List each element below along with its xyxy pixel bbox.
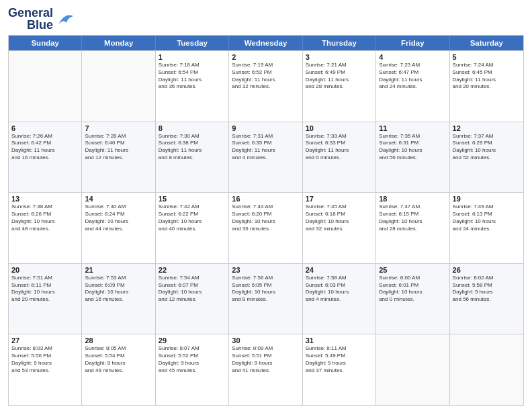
cal-cell-4-2: 21Sunrise: 7:53 AMSunset: 6:09 PMDayligh… xyxy=(82,264,155,334)
cal-cell-4-4: 23Sunrise: 7:56 AMSunset: 6:05 PMDayligh… xyxy=(229,264,302,334)
cal-cell-3-3: 15Sunrise: 7:42 AMSunset: 6:22 PMDayligh… xyxy=(156,193,229,263)
day-number: 7 xyxy=(85,124,152,132)
cell-text-line: Daylight: 10 hours xyxy=(159,289,226,296)
calendar-body: 1Sunrise: 7:18 AMSunset: 6:54 PMDaylight… xyxy=(9,50,523,405)
day-header-saturday: Saturday xyxy=(450,36,523,50)
cell-text-line: Sunrise: 7:18 AM xyxy=(159,62,226,69)
cell-text-line: Sunset: 5:58 PM xyxy=(453,282,521,289)
cell-text-line: Sunrise: 7:31 AM xyxy=(232,133,299,140)
day-number: 15 xyxy=(159,195,226,203)
cell-text-line: Daylight: 10 hours xyxy=(11,289,79,296)
cell-text-line: and 20 minutes. xyxy=(11,296,79,304)
cal-cell-4-6: 25Sunrise: 8:00 AMSunset: 6:01 PMDayligh… xyxy=(376,264,449,334)
cell-text-line: Daylight: 11 hours xyxy=(159,77,226,84)
cell-text-line: and 36 minutes. xyxy=(232,226,299,233)
day-number: 17 xyxy=(306,195,373,203)
day-header-wednesday: Wednesday xyxy=(229,36,302,50)
day-number: 3 xyxy=(306,53,373,61)
cell-text-line: Daylight: 10 hours xyxy=(453,218,521,226)
cal-cell-1-3: 1Sunrise: 7:18 AMSunset: 6:54 PMDaylight… xyxy=(156,51,229,122)
week-row-4: 20Sunrise: 7:51 AMSunset: 6:11 PMDayligh… xyxy=(9,263,523,334)
cell-text-line: and 28 minutes. xyxy=(306,83,373,91)
cell-text-line: Sunrise: 8:11 AM xyxy=(306,345,373,353)
cal-cell-5-7 xyxy=(450,334,523,405)
week-row-1: 1Sunrise: 7:18 AMSunset: 6:54 PMDaylight… xyxy=(9,50,523,122)
cell-text-line: Daylight: 11 hours xyxy=(453,77,521,84)
cell-text-line: Daylight: 11 hours xyxy=(379,77,446,84)
cal-cell-1-2 xyxy=(82,51,155,122)
cell-text-line: Sunrise: 7:54 AM xyxy=(159,275,226,282)
cell-text-line: Sunrise: 7:21 AM xyxy=(306,62,373,69)
cell-text-line: Sunrise: 7:24 AM xyxy=(453,62,521,69)
cell-text-line: and 45 minutes. xyxy=(159,367,226,375)
cal-cell-1-6: 4Sunrise: 7:23 AMSunset: 6:47 PMDaylight… xyxy=(376,51,449,122)
calendar-header: SundayMondayTuesdayWednesdayThursdayFrid… xyxy=(9,36,523,50)
cal-cell-3-1: 13Sunrise: 7:38 AMSunset: 6:26 PMDayligh… xyxy=(9,193,82,263)
cell-text-line: Sunset: 6:01 PM xyxy=(379,282,446,289)
cell-text-line: Daylight: 9 hours xyxy=(159,360,226,367)
cell-text-line: Daylight: 10 hours xyxy=(379,147,446,154)
cell-text-line: and 56 minutes. xyxy=(379,154,446,162)
cell-text-line: Daylight: 10 hours xyxy=(232,218,299,226)
cell-text-line: Sunset: 6:54 PM xyxy=(159,69,226,77)
cell-text-line: Sunrise: 8:02 AM xyxy=(453,275,521,282)
cell-text-line: Daylight: 9 hours xyxy=(232,360,299,367)
cal-cell-5-5: 31Sunrise: 8:11 AMSunset: 5:49 PMDayligh… xyxy=(303,334,376,405)
cal-cell-2-5: 10Sunrise: 7:33 AMSunset: 6:33 PMDayligh… xyxy=(303,122,376,193)
cell-text-line: Daylight: 10 hours xyxy=(85,289,152,296)
cell-text-line: Sunrise: 7:47 AM xyxy=(379,203,446,211)
cell-text-line: and 41 minutes. xyxy=(232,367,299,375)
day-number: 11 xyxy=(379,124,446,132)
day-number: 27 xyxy=(11,336,79,345)
cell-text-line: Daylight: 11 hours xyxy=(306,147,373,154)
cell-text-line: Daylight: 9 hours xyxy=(85,360,152,367)
logo-general: General xyxy=(8,7,53,19)
cal-cell-1-5: 3Sunrise: 7:21 AMSunset: 6:49 PMDaylight… xyxy=(303,51,376,122)
cell-text-line: Sunset: 6:49 PM xyxy=(306,69,373,77)
cell-text-line: Sunset: 5:54 PM xyxy=(85,353,152,360)
cell-text-line: Daylight: 11 hours xyxy=(85,147,152,154)
cell-text-line: Sunset: 6:07 PM xyxy=(159,282,226,289)
cell-text-line: and 49 minutes. xyxy=(85,367,152,375)
cell-text-line: Daylight: 9 hours xyxy=(306,360,373,367)
cell-text-line: Daylight: 11 hours xyxy=(159,147,226,154)
day-number: 18 xyxy=(379,195,446,203)
cell-text-line: Sunset: 6:40 PM xyxy=(85,140,152,147)
cal-cell-2-6: 11Sunrise: 7:35 AMSunset: 6:31 PMDayligh… xyxy=(376,122,449,193)
day-number: 24 xyxy=(306,266,373,274)
day-number: 13 xyxy=(11,195,79,203)
day-number: 4 xyxy=(379,53,446,61)
cell-text-line: Daylight: 9 hours xyxy=(453,289,521,296)
day-number: 8 xyxy=(159,124,226,132)
cal-cell-5-1: 27Sunrise: 8:03 AMSunset: 5:56 PMDayligh… xyxy=(9,334,82,405)
cell-text-line: Sunset: 6:09 PM xyxy=(85,282,152,289)
cal-cell-2-4: 9Sunrise: 7:31 AMSunset: 6:35 PMDaylight… xyxy=(229,122,302,193)
cell-text-line: Sunrise: 7:35 AM xyxy=(379,133,446,140)
day-number: 26 xyxy=(453,266,521,274)
day-number: 25 xyxy=(379,266,446,274)
header: General Blue xyxy=(8,7,524,31)
cal-cell-1-7: 5Sunrise: 7:24 AMSunset: 6:45 PMDaylight… xyxy=(450,51,523,122)
cell-text-line: Daylight: 11 hours xyxy=(11,147,79,154)
cal-cell-1-1 xyxy=(9,51,82,122)
day-number: 23 xyxy=(232,266,299,274)
cell-text-line: Sunrise: 8:05 AM xyxy=(85,345,152,353)
cell-text-line: and 4 minutes. xyxy=(306,296,373,304)
cell-text-line: Daylight: 9 hours xyxy=(11,360,79,367)
cell-text-line: Sunrise: 7:23 AM xyxy=(379,62,446,69)
cell-text-line: Sunrise: 7:37 AM xyxy=(453,133,521,140)
day-number: 9 xyxy=(232,124,299,132)
cell-text-line: and 24 minutes. xyxy=(453,226,521,233)
cell-text-line: and 4 minutes. xyxy=(232,154,299,162)
cell-text-line: Sunrise: 7:42 AM xyxy=(159,203,226,211)
cell-text-line: Sunset: 5:49 PM xyxy=(306,353,373,360)
cell-text-line: Sunrise: 7:44 AM xyxy=(232,203,299,211)
cell-text-line: Sunrise: 7:53 AM xyxy=(85,275,152,282)
cal-cell-2-2: 7Sunrise: 7:28 AMSunset: 6:40 PMDaylight… xyxy=(82,122,155,193)
cell-text-line: and 32 minutes. xyxy=(306,226,373,233)
cell-text-line: Sunset: 6:52 PM xyxy=(232,69,299,77)
cell-text-line: Sunset: 6:47 PM xyxy=(379,69,446,77)
day-number: 1 xyxy=(159,53,226,61)
cell-text-line: and 24 minutes. xyxy=(379,83,446,91)
day-header-tuesday: Tuesday xyxy=(156,36,229,50)
